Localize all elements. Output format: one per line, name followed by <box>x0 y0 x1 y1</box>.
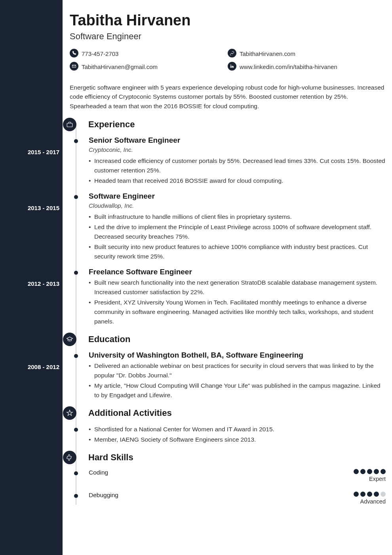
email-text: TabithaHirvanen@gmail.com <box>82 62 158 71</box>
experience-title: Experience <box>88 119 135 130</box>
linkedin-icon <box>228 62 236 71</box>
timeline-entry: Senior Software EngineerCryptoconic, Inc… <box>70 136 386 186</box>
date-label: 2008 - 2012 <box>28 364 59 370</box>
skill-row: CodingExpert <box>70 469 386 482</box>
bullet-item: Shortlisted for a National Center for Wo… <box>89 425 386 434</box>
entry-bullets: Delivered an actionable webinar on best … <box>89 361 386 400</box>
bullet-item: President, XYZ University Young Women in… <box>89 298 386 326</box>
skill-level: Expert <box>354 476 386 482</box>
person-name: Tabitha Hirvanen <box>70 12 386 29</box>
phone-text: 773-457-2703 <box>82 49 118 58</box>
education-title: Education <box>88 334 130 344</box>
rating-dot <box>381 492 386 497</box>
contact-website: TabithaHirvanen.com <box>228 49 386 58</box>
contact-linkedin: www.linkedin.com/in/tabitha-hirvanen <box>228 62 386 71</box>
contact-phone: 773-457-2703 <box>70 49 228 58</box>
timeline-dot <box>74 139 78 143</box>
bullet-item: Member, IAENG Society of Software Engine… <box>89 435 386 444</box>
activities-title: Additional Activities <box>88 408 172 418</box>
svg-rect-0 <box>67 123 72 127</box>
bullet-item: Delivered an actionable webinar on best … <box>89 361 386 380</box>
contact-email: TabithaHirvanen@gmail.com <box>70 62 228 71</box>
education-section: Education University of Washington Bothe… <box>70 333 386 400</box>
entry-subtitle: Cryptoconic, Inc. <box>89 146 386 153</box>
puzzle-icon <box>63 451 76 464</box>
linkedin-text: www.linkedin.com/in/tabitha-hirvanen <box>240 62 337 71</box>
rating-dot <box>374 492 379 497</box>
date-label: 2013 - 2015 <box>28 205 59 211</box>
skills-title: Hard Skills <box>88 452 133 463</box>
left-sidebar: 2015 - 20172013 - 20152012 - 20132008 - … <box>0 0 63 555</box>
rating-dot <box>381 469 386 474</box>
graduation-icon <box>63 333 76 346</box>
bullet-item: Built infrastructure to handle millions … <box>89 212 386 222</box>
main-content: Tabitha Hirvanen Software Engineer 773-4… <box>63 0 392 555</box>
rating-dot <box>374 469 379 474</box>
skill-rating <box>354 469 386 474</box>
activities-section: Additional Activities Shortlisted for a … <box>70 406 386 444</box>
link-icon <box>228 49 236 57</box>
date-label: 2015 - 2017 <box>28 149 59 155</box>
entry-bullets: Increased code efficiency of customer po… <box>89 156 386 186</box>
entry-title: Software Engineer <box>89 192 386 201</box>
timeline-dot <box>74 494 78 498</box>
job-title: Software Engineer <box>70 31 386 42</box>
skill-name: Debugging <box>89 492 118 499</box>
bullet-item: Built new search functionality into the … <box>89 278 386 297</box>
bullet-item: My article, "How Cloud Computing Will Ch… <box>89 381 386 400</box>
timeline-entry: Software EngineerCloudwallop, Inc.Built … <box>70 192 386 261</box>
entry-bullets: Built new search functionality into the … <box>89 278 386 326</box>
summary-text: Energetic software engineer with 5 years… <box>70 83 386 111</box>
skill-rating <box>354 492 386 497</box>
experience-section: Experience Senior Software EngineerCrypt… <box>70 118 386 326</box>
date-label: 2012 - 2013 <box>28 280 59 287</box>
rating-dot <box>367 469 372 474</box>
star-icon <box>63 406 76 420</box>
entry-title: University of Washington Bothell, BA, So… <box>89 351 386 360</box>
timeline-dot <box>74 195 78 199</box>
entry-subtitle: Cloudwallop, Inc. <box>89 202 386 209</box>
entry-title: Senior Software Engineer <box>89 136 386 145</box>
timeline-entry: University of Washington Bothell, BA, So… <box>70 351 386 400</box>
skill-level: Advanced <box>354 498 386 505</box>
rating-dot <box>367 492 372 497</box>
rating-dot <box>354 469 359 474</box>
rating-dot <box>354 492 359 497</box>
bullet-item: Built security into new product features… <box>89 242 386 261</box>
timeline-entry: Freelance Software EngineerBuilt new sea… <box>70 268 386 326</box>
bullet-item: Headed team that received 2016 BOSSIE aw… <box>89 176 386 186</box>
briefcase-icon <box>63 118 76 131</box>
timeline-dot <box>74 354 78 358</box>
skill-name: Coding <box>89 469 108 476</box>
skill-row: DebuggingAdvanced <box>70 492 386 505</box>
bullet-item: Increased code efficiency of customer po… <box>89 156 386 175</box>
timeline-dot <box>74 471 78 475</box>
timeline-dot <box>74 428 78 432</box>
activities-entry: Shortlisted for a National Center for Wo… <box>70 425 386 444</box>
resume-page: 2015 - 20172013 - 20152012 - 20132008 - … <box>0 0 392 555</box>
bullet-item: Led the drive to implement the Principle… <box>89 222 386 241</box>
timeline-dot <box>74 271 78 275</box>
phone-icon <box>70 49 78 57</box>
entry-title: Freelance Software Engineer <box>89 268 386 276</box>
contact-block: 773-457-2703 TabithaHirvanen.com Tabitha… <box>70 49 386 75</box>
website-text: TabithaHirvanen.com <box>240 49 295 58</box>
rating-dot <box>360 492 365 497</box>
entry-bullets: Built infrastructure to handle millions … <box>89 212 386 261</box>
email-icon <box>70 62 78 71</box>
skills-section: Hard Skills CodingExpertDebuggingAdvance… <box>70 451 386 505</box>
rating-dot <box>360 469 365 474</box>
